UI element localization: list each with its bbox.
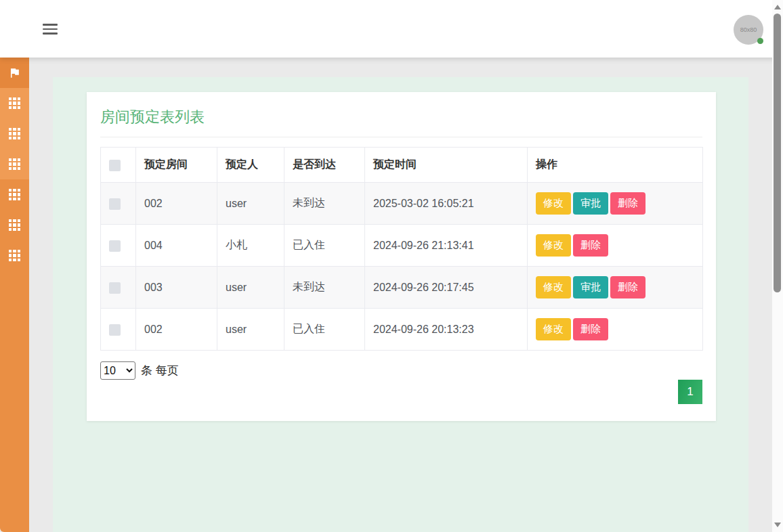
cell-time: 2025-03-02 16:05:21 [365,183,528,225]
table-row: 002 user 未到达 2025-03-02 16:05:21 修改审批删除 [101,183,703,225]
cell-room: 004 [136,225,217,267]
per-page-label: 条 每页 [141,363,179,378]
cell-status: 未到达 [284,267,365,309]
cell-person: user [217,309,284,351]
sidebar-item-2[interactable] [0,118,29,149]
page-button-1[interactable]: 1 [678,380,702,404]
approve-button[interactable]: 审批 [573,276,608,298]
avatar[interactable]: 80x80 [734,15,763,45]
column-header-status: 是否到达 [284,148,365,183]
sidebar-item-0[interactable] [0,58,29,88]
delete-button[interactable]: 删除 [573,318,608,340]
reservation-table: 预定房间 预定人 是否到达 预定时间 操作 002 user 未到达 2025-… [100,147,703,351]
table-row: 003 user 未到达 2024-09-26 20:17:45 修改审批删除 [101,267,703,309]
cell-time: 2024-09-26 20:17:45 [365,267,528,309]
sidebar-nav [0,58,29,532]
flag-icon [8,66,21,79]
per-page-control: 10 条 每页 [100,361,702,380]
sidebar-item-5[interactable] [0,210,29,240]
cell-room: 003 [136,267,217,309]
cell-status: 已入住 [284,309,365,351]
cell-status: 已入住 [284,225,365,267]
avatar-placeholder-label: 80x80 [740,26,757,33]
cell-room: 002 [136,183,217,225]
cell-status: 未到达 [284,183,365,225]
delete-button[interactable]: 删除 [573,234,608,257]
scroll-down-arrow-icon[interactable] [774,523,781,527]
scrollbar-thumb[interactable] [774,14,781,292]
modify-button[interactable]: 修改 [536,192,571,215]
delete-button[interactable]: 删除 [610,276,646,298]
table-header-row: 预定房间 预定人 是否到达 预定时间 操作 [101,148,703,183]
scroll-up-arrow-icon[interactable] [774,5,781,9]
column-header-actions: 操作 [528,148,703,183]
approve-button[interactable]: 审批 [573,192,608,215]
sidebar-item-4[interactable] [0,179,29,210]
grid-icon [9,97,20,109]
grid-icon [9,189,20,200]
cell-time: 2024-09-26 20:13:23 [365,309,528,351]
select-all-checkbox[interactable] [109,160,121,171]
table-row: 004 小札 已入住 2024-09-26 21:13:41 修改删除 [101,225,703,267]
sidebar-item-3[interactable] [0,149,29,179]
reservation-card: 房间预定表列表 预定房间 预定人 是否到达 预定时间 操作 002 user 未… [87,92,716,421]
row-checkbox[interactable] [109,282,121,294]
modify-button[interactable]: 修改 [536,318,571,340]
grid-icon [9,128,20,139]
modify-button[interactable]: 修改 [536,276,571,298]
row-checkbox[interactable] [109,198,121,210]
online-status-dot [757,38,763,44]
cell-time: 2024-09-26 21:13:41 [365,225,528,267]
sidebar-item-6[interactable] [0,240,29,271]
column-header-person: 预定人 [217,148,284,183]
column-header-room: 预定房间 [136,148,217,183]
modify-button[interactable]: 修改 [536,234,571,257]
table-row: 002 user 已入住 2024-09-26 20:13:23 修改删除 [101,309,703,351]
cell-actions: 修改删除 [528,309,703,351]
column-header-time: 预定时间 [365,148,528,183]
cell-actions: 修改审批删除 [528,183,703,225]
cell-person: user [217,183,284,225]
pagination: 1 [100,380,702,404]
cell-actions: 修改删除 [528,225,703,267]
row-checkbox[interactable] [109,240,121,252]
per-page-select[interactable]: 10 [100,361,135,380]
cell-person: 小札 [217,225,284,267]
grid-icon [9,219,20,231]
cell-person: user [217,267,284,309]
vertical-scrollbar[interactable] [772,0,783,532]
content-panel: 房间预定表列表 预定房间 预定人 是否到达 预定时间 操作 002 user 未… [53,77,748,532]
cell-room: 002 [136,309,217,351]
hamburger-menu-icon[interactable] [43,24,58,35]
top-header: 80x80 [0,0,783,58]
page-title: 房间预定表列表 [100,106,702,137]
cell-actions: 修改审批删除 [528,267,703,309]
row-checkbox[interactable] [109,324,121,336]
grid-icon [9,158,20,170]
sidebar-item-1[interactable] [0,88,29,118]
delete-button[interactable]: 删除 [610,192,646,215]
grid-icon [9,250,20,261]
